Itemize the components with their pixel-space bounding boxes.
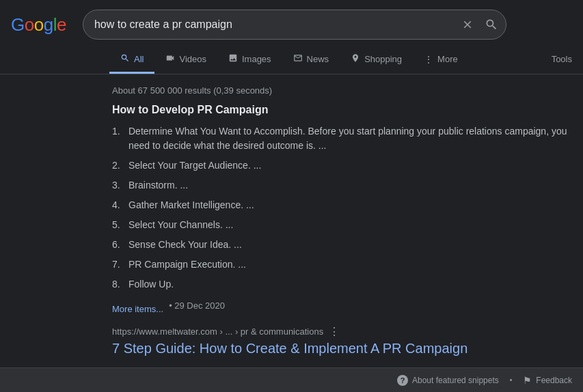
search-box-container: how to create a pr campaign [83, 10, 506, 40]
result-options-button[interactable]: ⋮ [329, 325, 340, 338]
flag-icon: ⚑ [523, 375, 532, 386]
feedback-label: Feedback [536, 376, 572, 385]
images-icon [228, 53, 238, 65]
list-item: Determine What You Want to Accomplish. B… [112, 124, 581, 153]
search-input[interactable]: how to create a pr campaign [83, 10, 506, 40]
snippet-title: How to Develop PR Campaign [112, 104, 581, 116]
tab-shopping-label: Shopping [364, 54, 402, 64]
tools-label: Tools [552, 54, 572, 64]
result-title[interactable]: 7 Step Guide: How to Create & Implement … [112, 341, 467, 356]
list-item: Select Your Channels. ... [112, 218, 581, 232]
tab-images-label: Images [242, 54, 271, 64]
results-area: About 67 500 000 results (0,39 seconds) … [0, 74, 581, 364]
shopping-icon [351, 53, 360, 65]
more-items-link[interactable]: More items... [112, 304, 163, 314]
tab-videos-label: Videos [179, 54, 206, 64]
list-item: Brainstorm. ... [112, 178, 581, 193]
result-url-line: https://www.meltwater.com › ... › pr & c… [112, 325, 581, 338]
google-logo: Google [11, 14, 66, 36]
about-snippets-item[interactable]: ? About featured snippets [397, 375, 499, 386]
more-icon: ⋮ [424, 54, 433, 65]
list-item: Select Your Target Audience. ... [112, 158, 581, 173]
search-clear-button[interactable] [459, 16, 476, 33]
question-icon: ? [397, 375, 408, 386]
videos-icon [165, 53, 175, 65]
tab-news[interactable]: News [282, 46, 340, 74]
tab-shopping[interactable]: Shopping [340, 46, 413, 74]
bullet-separator: • [510, 376, 513, 384]
tab-all-label: All [134, 54, 144, 64]
logo-text: Google [11, 14, 66, 36]
search-submit-button[interactable] [482, 15, 501, 34]
tab-images[interactable]: Images [217, 46, 282, 74]
snippet-list: Determine What You Want to Accomplish. B… [112, 124, 581, 292]
results-count: About 67 500 000 results (0,39 seconds) [112, 81, 581, 104]
list-item: Gather Market Intelligence. ... [112, 198, 581, 212]
nav-tabs: All Videos Images News Shopping ⋮ More T… [0, 46, 583, 74]
about-snippets-label: About featured snippets [412, 376, 499, 385]
list-item: Sense Check Your Idea. ... [112, 238, 581, 252]
feedback-item[interactable]: ⚑ Feedback [523, 375, 572, 386]
tab-more-label: More [437, 54, 458, 64]
result-item: https://www.meltwater.com › ... › pr & c… [112, 325, 581, 357]
tab-videos[interactable]: Videos [154, 46, 217, 74]
tab-news-label: News [307, 54, 329, 64]
header: Google how to create a pr campaign [0, 0, 583, 46]
snippet-meta: More items... • 29 Dec 2020 [112, 297, 581, 314]
list-item: PR Campaign Execution. ... [112, 257, 581, 272]
result-url: https://www.meltwater.com › ... › pr & c… [112, 326, 323, 337]
tools-button[interactable]: Tools [541, 47, 583, 73]
all-icon [120, 53, 130, 65]
bottom-bar: ? About featured snippets • ⚑ Feedback [0, 367, 583, 392]
featured-snippet: How to Develop PR Campaign Determine Wha… [112, 104, 581, 314]
tab-more[interactable]: ⋮ More [413, 47, 469, 74]
snippet-date: • 29 Dec 2020 [169, 300, 225, 311]
news-icon [293, 53, 303, 65]
list-item: Follow Up. [112, 277, 581, 292]
tab-all[interactable]: All [109, 46, 154, 74]
